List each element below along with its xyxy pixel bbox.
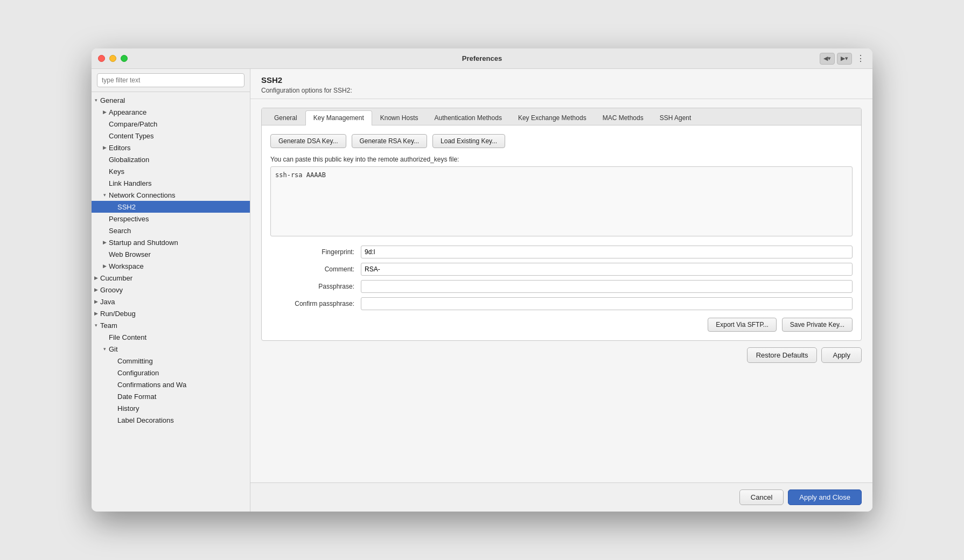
sidebar-item-keys[interactable]: Keys — [92, 165, 250, 177]
sidebar-item-label: Globalization — [109, 156, 246, 164]
sidebar-item-date_format[interactable]: Date Format — [92, 390, 250, 402]
sidebar-item-label: Compare/Patch — [109, 120, 246, 128]
main-body: GeneralKey ManagementKnown HostsAuthenti… — [250, 99, 872, 482]
sidebar-item-cucumber[interactable]: ▶Cucumber — [92, 272, 250, 284]
sidebar-item-java[interactable]: ▶Java — [92, 296, 250, 307]
comment-input[interactable] — [361, 263, 853, 276]
chevron-icon: ▶ — [92, 311, 100, 316]
titlebar-nav: ◀▾ ▶▾ ⋮ — [820, 53, 866, 65]
back-button[interactable]: ◀▾ — [820, 53, 835, 65]
passphrase-label: Passphrase: — [270, 283, 357, 290]
fingerprint-label: Fingerprint: — [270, 248, 357, 256]
traffic-lights — [98, 55, 128, 62]
sidebar-item-run_debug[interactable]: ▶Run/Debug — [92, 307, 250, 319]
apply-button[interactable]: Apply — [821, 347, 862, 363]
sidebar-item-globalization[interactable]: Globalization — [92, 153, 250, 165]
sidebar-item-label: SSH2 — [117, 203, 246, 211]
apply-and-close-button[interactable]: Apply and Close — [788, 489, 862, 505]
search-input[interactable] — [97, 73, 245, 87]
sidebar-item-search[interactable]: Search — [92, 225, 250, 236]
key-gen-buttons: Generate DSA Key... Generate RSA Key... … — [270, 134, 853, 148]
save-private-key-button[interactable]: Save Private Key... — [782, 318, 853, 332]
tab-key_management[interactable]: Key Management — [305, 110, 372, 125]
sidebar-item-network_connections[interactable]: ▾Network Connections — [92, 189, 250, 201]
chevron-icon: ▶ — [100, 263, 109, 269]
generate-dsa-button[interactable]: Generate DSA Key... — [270, 134, 346, 148]
sidebar-item-label: Configuration — [117, 369, 246, 377]
sidebar-item-compare_patch[interactable]: Compare/Patch — [92, 118, 250, 130]
passphrase-input[interactable] — [361, 280, 853, 293]
sidebar-item-label: Link Handlers — [109, 179, 246, 187]
sidebar-item-file_content[interactable]: File Content — [92, 331, 250, 343]
chevron-icon: ▶ — [92, 299, 100, 304]
config-description: Configuration options for SSH2: — [261, 87, 862, 94]
panel-body: Generate DSA Key... Generate RSA Key... … — [262, 125, 861, 340]
forward-icon: ▶▾ — [841, 55, 848, 62]
sidebar-item-web_browser[interactable]: Web Browser — [92, 248, 250, 260]
close-button[interactable] — [98, 55, 105, 62]
confirm-passphrase-input[interactable] — [361, 297, 853, 310]
pubkey-textarea[interactable]: ssh-rsa AAAAB — [270, 166, 853, 236]
sidebar: ▾General▶AppearanceCompare/PatchContent … — [92, 69, 250, 512]
sidebar-item-git[interactable]: ▾Git — [92, 343, 250, 355]
tab-general[interactable]: General — [266, 110, 305, 125]
sidebar-item-label: Search — [109, 227, 246, 235]
sidebar-item-content_types[interactable]: Content Types — [92, 130, 250, 142]
sidebar-item-workspace[interactable]: ▶Workspace — [92, 260, 250, 272]
search-bar — [92, 69, 250, 92]
sidebar-item-label: Editors — [109, 144, 246, 152]
restore-defaults-button[interactable]: Restore Defaults — [747, 347, 818, 363]
pubkey-description: You can paste this public key into the r… — [270, 156, 853, 163]
sidebar-item-groovy[interactable]: ▶Groovy — [92, 284, 250, 296]
tab-key_exchange[interactable]: Key Exchange Methods — [510, 110, 595, 125]
maximize-button[interactable] — [121, 55, 128, 62]
sidebar-item-label: Appearance — [109, 108, 246, 116]
sidebar-item-perspectives[interactable]: Perspectives — [92, 213, 250, 225]
dots-icon: ⋮ — [856, 53, 864, 64]
sidebar-item-startup_shutdown[interactable]: ▶Startup and Shutdown — [92, 236, 250, 248]
settings-panel: GeneralKey ManagementKnown HostsAuthenti… — [261, 108, 862, 341]
sidebar-item-label_decorations[interactable]: Label Decorations — [92, 414, 250, 426]
sidebar-item-general[interactable]: ▾General — [92, 94, 250, 106]
load-existing-button[interactable]: Load Existing Key... — [432, 134, 505, 148]
window-title: Preferences — [462, 54, 502, 62]
sidebar-item-label: Team — [100, 321, 246, 330]
sidebar-item-label: General — [100, 96, 246, 104]
restore-apply-row: Restore Defaults Apply — [261, 347, 862, 363]
tab-known_hosts[interactable]: Known Hosts — [372, 110, 427, 125]
sidebar-item-label: Content Types — [109, 132, 246, 140]
sidebar-item-label: Network Connections — [109, 191, 246, 199]
sidebar-item-label: Committing — [117, 357, 246, 365]
sidebar-item-configuration[interactable]: Configuration — [92, 367, 250, 379]
sidebar-item-label: Git — [109, 345, 246, 353]
fingerprint-input[interactable] — [361, 246, 853, 258]
generate-rsa-button[interactable]: Generate RSA Key... — [352, 134, 428, 148]
sidebar-item-editors[interactable]: ▶Editors — [92, 142, 250, 153]
sidebar-item-appearance[interactable]: ▶Appearance — [92, 106, 250, 118]
sidebar-item-label: Label Decorations — [117, 416, 246, 424]
tab-ssh_agent[interactable]: SSH Agent — [652, 110, 700, 125]
comment-label: Comment: — [270, 265, 357, 273]
passphrase-field: Passphrase: — [270, 280, 853, 293]
cancel-button[interactable]: Cancel — [739, 489, 784, 505]
sidebar-item-label: Confirmations and Wa — [117, 381, 246, 389]
sidebar-item-committing[interactable]: Committing — [92, 355, 250, 367]
more-options-button[interactable]: ⋮ — [854, 53, 866, 65]
tab-auth_methods[interactable]: Authentication Methods — [426, 110, 509, 125]
minimize-button[interactable] — [109, 55, 116, 62]
sidebar-item-ssh2[interactable]: SSH2 — [92, 201, 250, 213]
sidebar-item-label: File Content — [109, 333, 246, 341]
sidebar-item-label: Date Format — [117, 393, 246, 401]
export-buttons: Export Via SFTP... Save Private Key... — [270, 318, 853, 332]
sidebar-item-confirmations_wa[interactable]: Confirmations and Wa — [92, 379, 250, 390]
sidebar-item-history[interactable]: History — [92, 402, 250, 414]
chevron-icon: ▾ — [92, 97, 100, 103]
sidebar-item-link_handlers[interactable]: Link Handlers — [92, 177, 250, 189]
export-sftp-button[interactable]: Export Via SFTP... — [708, 318, 777, 332]
titlebar: Preferences ◀▾ ▶▾ ⋮ — [92, 48, 872, 69]
tab-mac_methods[interactable]: MAC Methods — [595, 110, 652, 125]
forward-button[interactable]: ▶▾ — [837, 53, 852, 65]
confirm-passphrase-field: Confirm passphrase: — [270, 297, 853, 310]
tab-bar: GeneralKey ManagementKnown HostsAuthenti… — [262, 108, 861, 125]
sidebar-item-team[interactable]: ▾Team — [92, 319, 250, 331]
